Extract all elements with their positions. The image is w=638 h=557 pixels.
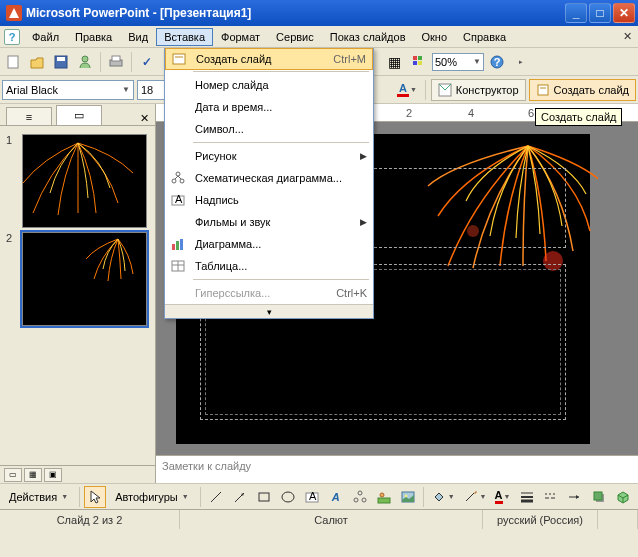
oval-tool[interactable] <box>277 486 299 508</box>
line-color-tool[interactable]: ▼ <box>460 486 490 508</box>
menu-textbox[interactable]: AНадпись <box>165 189 373 211</box>
menu-expand-button[interactable]: ▾ <box>165 304 373 318</box>
menu-chart[interactable]: Диаграмма... <box>165 233 373 255</box>
app-icon <box>6 5 22 21</box>
tab-slides[interactable]: ▭ <box>56 105 102 125</box>
print-button[interactable] <box>105 51 127 73</box>
maximize-button[interactable]: □ <box>589 3 611 23</box>
thumbnail-1[interactable] <box>22 134 147 228</box>
svg-point-34 <box>172 179 176 183</box>
arrow-tool[interactable] <box>229 486 251 508</box>
svg-rect-40 <box>180 239 183 250</box>
normal-view-button[interactable]: ▭ <box>4 468 22 482</box>
grid-button[interactable]: ▦ <box>384 51 406 73</box>
close-button[interactable]: ✕ <box>613 3 635 23</box>
menu-tools[interactable]: Сервис <box>268 28 322 46</box>
svg-line-44 <box>211 492 221 502</box>
svg-rect-64 <box>594 492 602 500</box>
rectangle-tool[interactable] <box>253 486 275 508</box>
font-color-button[interactable]: A▼ <box>394 79 420 101</box>
notes-pane[interactable]: Заметки к слайду <box>156 455 638 483</box>
new-button[interactable] <box>2 51 24 73</box>
toolbar-expand[interactable]: ▸ <box>510 51 532 73</box>
thumb-row[interactable]: 1 <box>0 132 155 230</box>
menu-picture[interactable]: Рисунок▶ <box>165 145 373 167</box>
menu-window[interactable]: Окно <box>414 28 456 46</box>
spelling-button[interactable]: ✓ <box>136 51 158 73</box>
menu-bar: ? Файл Правка Вид Вставка Формат Сервис … <box>0 26 638 48</box>
slideshow-view-button[interactable]: ▣ <box>44 468 62 482</box>
menu-insert[interactable]: Вставка <box>156 28 213 46</box>
shadow-tool[interactable] <box>588 486 610 508</box>
arrow-style-tool[interactable] <box>564 486 586 508</box>
clipart-tool[interactable] <box>373 486 395 508</box>
menu-file[interactable]: Файл <box>24 28 67 46</box>
menu-table[interactable]: Таблица... <box>165 255 373 277</box>
actions-menu[interactable]: Действия▼ <box>2 487 75 507</box>
insert-picture-tool[interactable] <box>397 486 419 508</box>
svg-rect-54 <box>378 498 390 503</box>
svg-rect-22 <box>413 61 417 65</box>
minimize-button[interactable]: _ <box>565 3 587 23</box>
drawing-toolbar: Действия▼ Автофигуры▼ A A ▼ ▼ A▼ <box>0 483 638 509</box>
svg-point-33 <box>176 172 180 176</box>
insert-dropdown: Создать слайд Ctrl+M Номер слайда Дата и… <box>164 48 374 319</box>
new-slide-button[interactable]: Создать слайд <box>529 79 636 101</box>
svg-rect-46 <box>259 493 269 501</box>
font-combo[interactable]: Arial Black▼ <box>2 80 134 100</box>
tab-outline[interactable]: ≡ <box>6 107 52 125</box>
menu-movies[interactable]: Фильмы и звук▶ <box>165 211 373 233</box>
zoom-combo[interactable]: 50%▼ <box>432 53 484 71</box>
svg-point-51 <box>354 498 358 502</box>
dash-style-tool[interactable] <box>540 486 562 508</box>
thumb-number: 2 <box>6 232 18 326</box>
thumbnail-list: 1 2 <box>0 126 155 465</box>
sorter-view-button[interactable]: ▦ <box>24 468 42 482</box>
fill-color-tool[interactable]: ▼ <box>428 486 458 508</box>
menu-date-time[interactable]: Дата и время... <box>165 96 373 118</box>
svg-rect-21 <box>418 56 422 60</box>
color-button[interactable] <box>408 51 430 73</box>
doc-close-button[interactable]: ✕ <box>623 30 632 43</box>
window-title: Microsoft PowerPoint - [Презентация1] <box>26 6 251 20</box>
help-button[interactable]: ? <box>486 51 508 73</box>
svg-text:A: A <box>175 193 183 205</box>
svg-point-53 <box>380 493 384 497</box>
line-tool[interactable] <box>205 486 227 508</box>
panel-close-icon[interactable]: ✕ <box>140 112 149 125</box>
insert-diagram-tool[interactable] <box>349 486 371 508</box>
wordart-tool[interactable]: A <box>325 486 347 508</box>
menu-help[interactable]: Справка <box>455 28 514 46</box>
save-button[interactable] <box>50 51 72 73</box>
thumbnail-2[interactable] <box>22 232 147 326</box>
permission-button[interactable] <box>74 51 96 73</box>
menu-new-slide[interactable]: Создать слайд Ctrl+M <box>165 48 373 70</box>
open-button[interactable] <box>26 51 48 73</box>
textbox-tool[interactable]: A <box>301 486 323 508</box>
menu-slideshow[interactable]: Показ слайдов <box>322 28 414 46</box>
menu-slide-number[interactable]: Номер слайда <box>165 74 373 96</box>
status-theme: Салют <box>180 510 483 529</box>
textbox-icon: A <box>169 191 187 209</box>
help-icon[interactable]: ? <box>4 29 20 45</box>
slide-panel: ≡ ▭ ✕ 1 2 <box>0 104 156 483</box>
svg-rect-38 <box>172 244 175 250</box>
3d-tool[interactable] <box>612 486 634 508</box>
menu-view[interactable]: Вид <box>120 28 156 46</box>
menu-edit[interactable]: Правка <box>67 28 120 46</box>
design-button[interactable]: Конструктор <box>431 79 526 101</box>
notes-placeholder: Заметки к слайду <box>162 460 251 472</box>
new-slide-icon <box>536 83 550 97</box>
svg-point-35 <box>180 179 184 183</box>
autoshapes-menu[interactable]: Автофигуры▼ <box>108 487 196 507</box>
menu-format[interactable]: Формат <box>213 28 268 46</box>
menu-symbol[interactable]: Символ... <box>165 118 373 140</box>
new-slide-icon <box>170 50 188 68</box>
font-color-tool[interactable]: A▼ <box>492 486 514 508</box>
svg-rect-31 <box>173 54 185 64</box>
select-tool[interactable] <box>84 486 106 508</box>
status-language[interactable]: русский (Россия) <box>483 510 598 529</box>
menu-diagram[interactable]: Схематическая диаграмма... <box>165 167 373 189</box>
line-style-tool[interactable] <box>516 486 538 508</box>
thumb-row[interactable]: 2 <box>0 230 155 328</box>
